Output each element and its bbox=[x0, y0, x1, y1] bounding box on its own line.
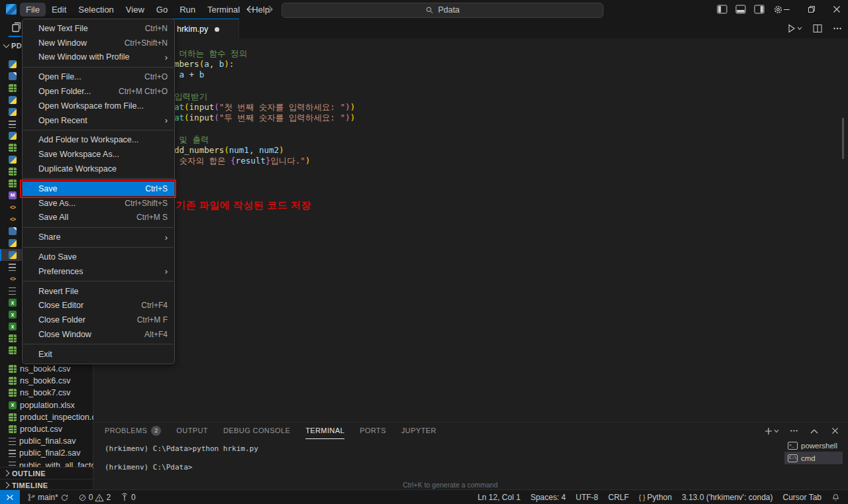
menu-item-close-folder[interactable]: Close FolderCtrl+M F bbox=[23, 313, 174, 327]
menu-item-save-workspace-as[interactable]: Save Workspace As... bbox=[23, 147, 174, 162]
code-line: dd_numbers(num1, num2) bbox=[174, 145, 355, 156]
status-ln-12-col-1[interactable]: Ln 12, Col 1 bbox=[475, 490, 523, 504]
menu-item-duplicate-workspace[interactable]: Duplicate Workspace bbox=[23, 162, 174, 176]
menubar-item-run[interactable]: Run bbox=[174, 3, 201, 17]
file-tree-item-product-csv[interactable]: product.csv bbox=[0, 423, 93, 435]
menu-separator bbox=[23, 67, 174, 68]
menu-item-save-as[interactable]: Save As...Ctrl+Shift+S bbox=[23, 196, 174, 211]
code-token: b bbox=[214, 59, 224, 69]
sidebar-section-outline[interactable]: OUTLINE bbox=[0, 467, 93, 479]
menu-item-close-editor[interactable]: Close EditorCtrl+F4 bbox=[23, 299, 174, 313]
code-token: b bbox=[199, 70, 205, 79]
menu-item-exit[interactable]: Exit bbox=[23, 347, 174, 362]
menu-item-open-folder[interactable]: Open Folder...Ctrl+M Ctrl+O bbox=[23, 84, 174, 99]
terminal-instance-list: >_powershellC:\cmd bbox=[784, 439, 843, 464]
menu-item-open-file[interactable]: Open File...Ctrl+O bbox=[23, 70, 174, 84]
menubar-item-file[interactable]: File bbox=[20, 3, 46, 17]
file-tree-item-population-xlsx[interactable]: population.xlsx bbox=[0, 399, 93, 411]
toggle-sidebar-icon[interactable] bbox=[716, 3, 729, 16]
menubar: FileEditSelectionViewGoRunTerminalHelp bbox=[20, 0, 276, 19]
terminal-instance-powershell[interactable]: >_powershell bbox=[784, 439, 843, 452]
menubar-item-edit[interactable]: Edit bbox=[46, 3, 72, 17]
problems-status[interactable]: 0 2 bbox=[75, 490, 114, 504]
more-actions-icon[interactable] bbox=[831, 22, 844, 35]
file-tree-item-ns-book7-csv[interactable]: ns_book7.csv bbox=[0, 387, 93, 399]
file-tree-item-public-final2-sav[interactable]: public_final2.sav bbox=[0, 447, 93, 459]
command-center-search[interactable]: Pdata bbox=[282, 3, 604, 18]
ports-status[interactable]: 0 bbox=[117, 490, 139, 504]
code-token: a bbox=[174, 70, 184, 79]
status-python[interactable]: { }Python bbox=[636, 490, 674, 504]
file-tree-item-public-final-sav[interactable]: public_final.sav bbox=[0, 435, 93, 447]
notifications-bell[interactable] bbox=[829, 490, 843, 504]
code-token: ( bbox=[214, 102, 219, 112]
terminal-instance-cmd[interactable]: C:\cmd bbox=[784, 452, 843, 464]
panel-tab-terminal[interactable]: TERMINAL bbox=[305, 423, 344, 439]
git-branch-status[interactable]: main* bbox=[24, 490, 72, 504]
annotation-text: 기존 파일에 작성된 코드 저장 bbox=[176, 199, 311, 212]
file-tree-item-product-inspection-csv[interactable]: product_inspection.csv bbox=[0, 411, 93, 423]
csv-file-icon bbox=[9, 425, 17, 433]
file-name: ns_book4.csv bbox=[20, 364, 70, 374]
menu-item-new-window[interactable]: New WindowCtrl+Shift+N bbox=[23, 36, 174, 50]
close-panel-icon[interactable] bbox=[828, 425, 841, 438]
window-controls bbox=[774, 0, 848, 19]
menubar-item-terminal[interactable]: Terminal bbox=[201, 3, 246, 17]
menu-item-revert-file[interactable]: Revert File bbox=[23, 284, 174, 299]
restore-button[interactable] bbox=[799, 0, 824, 19]
sync-icon bbox=[60, 493, 69, 502]
file-tree-item-ns-book6-csv[interactable]: ns_book6.csv bbox=[0, 375, 93, 387]
menu-item-close-window[interactable]: Close WindowAlt+F4 bbox=[23, 327, 174, 342]
menu-item-new-window-with-profile[interactable]: New Window with Profile› bbox=[23, 50, 174, 65]
panel-tab-output[interactable]: OUTPUT bbox=[176, 423, 208, 439]
modified-dot-icon[interactable] bbox=[215, 27, 219, 32]
panel-tab-ports[interactable]: PORTS bbox=[360, 423, 386, 439]
menubar-item-selection[interactable]: Selection bbox=[72, 3, 119, 17]
toggle-panel-icon[interactable] bbox=[734, 3, 747, 16]
menu-item-new-text-file[interactable]: New Text FileCtrl+N bbox=[23, 21, 174, 36]
maximize-panel-icon[interactable] bbox=[808, 425, 821, 438]
menu-item-open-recent[interactable]: Open Recent› bbox=[23, 113, 174, 128]
panel-tab-jupyter[interactable]: JUPYTER bbox=[401, 423, 437, 439]
terminal-instance-label: cmd bbox=[801, 454, 816, 462]
minimize-button[interactable] bbox=[774, 0, 799, 19]
menubar-item-go[interactable]: Go bbox=[150, 3, 174, 17]
menu-item-add-folder-to-workspace[interactable]: Add Folder to Workspace... bbox=[23, 133, 174, 148]
terminal-output[interactable]: (hrkimenv) C:\Pdata>python hrkim.py(hrki… bbox=[105, 444, 258, 481]
menubar-item-view[interactable]: View bbox=[120, 3, 150, 17]
run-python-file-icon[interactable] bbox=[787, 22, 804, 35]
explorer-files-icon[interactable] bbox=[11, 21, 23, 33]
panel-more-actions-icon[interactable] bbox=[787, 425, 800, 438]
editor-scrollbar[interactable] bbox=[842, 118, 844, 159]
file-menu-dropdown: New Text FileCtrl+NNew WindowCtrl+Shift+… bbox=[22, 19, 175, 364]
chevron-right-icon bbox=[3, 482, 10, 489]
menu-item-preferences[interactable]: Preferences› bbox=[23, 264, 174, 279]
code-token: num2 bbox=[254, 145, 279, 155]
file-tree-item-ns-book4-csv[interactable]: ns_book4.csv bbox=[0, 363, 93, 375]
menu-item-save-all[interactable]: Save AllCtrl+M S bbox=[23, 211, 174, 225]
status-crlf[interactable]: CRLF bbox=[606, 490, 631, 504]
errors-icon bbox=[78, 493, 87, 502]
toggle-secondary-sidebar-icon[interactable] bbox=[753, 3, 766, 16]
panel-tab-debug-console[interactable]: DEBUG CONSOLE bbox=[223, 423, 290, 439]
sidebar-sections: OUTLINETIMELINE bbox=[0, 467, 93, 491]
close-button[interactable] bbox=[824, 0, 848, 19]
menu-item-share[interactable]: Share› bbox=[23, 230, 174, 244]
split-editor-icon[interactable] bbox=[811, 22, 824, 35]
status-spaces-4[interactable]: Spaces: 4 bbox=[528, 490, 568, 504]
code-area[interactable]: 더하는 함수 정의mbers(a, b): a + b입력받기at(input(… bbox=[93, 38, 848, 422]
back-arrow-icon[interactable] bbox=[242, 3, 256, 16]
forward-arrow-icon[interactable] bbox=[264, 3, 277, 16]
menu-item-open-workspace-from-file[interactable]: Open Workspace from File... bbox=[23, 99, 174, 113]
status-cursor-tab[interactable]: Cursor Tab bbox=[780, 490, 824, 504]
status-utf-8[interactable]: UTF-8 bbox=[573, 490, 601, 504]
menu-item-save[interactable]: SaveCtrl+S bbox=[23, 181, 174, 196]
remote-indicator[interactable] bbox=[0, 490, 20, 504]
menu-item-auto-save[interactable]: Auto Save bbox=[23, 250, 174, 264]
new-terminal-icon[interactable] bbox=[764, 425, 780, 438]
panel-tab-problems[interactable]: PROBLEMS2 bbox=[105, 423, 161, 439]
tab-hrkim-py[interactable]: hrkim.py bbox=[169, 19, 239, 39]
ipynb-file-icon bbox=[9, 72, 17, 80]
status-3-13-0-hrkimenv-conda[interactable]: 3.13.0 ('hrkimenv': conda) bbox=[679, 490, 775, 504]
menu-shortcut: Ctrl+M S bbox=[136, 213, 168, 222]
